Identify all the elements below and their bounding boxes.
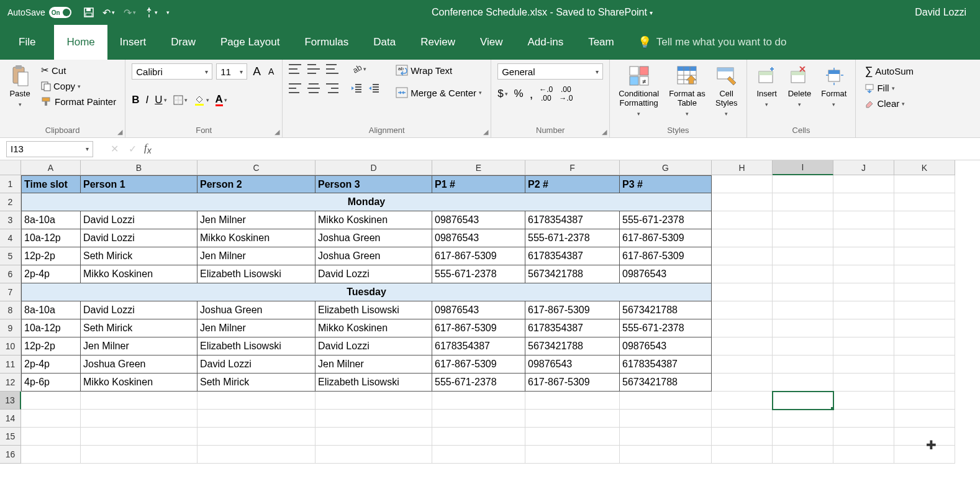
cell[interactable] <box>712 428 773 446</box>
cell[interactable]: Joshua Green <box>315 247 432 265</box>
format-painter-button[interactable]: Format Painter <box>39 95 119 108</box>
cell[interactable]: 617-867-5309 <box>432 355 525 374</box>
cell[interactable]: Joshua Green <box>81 355 197 374</box>
col-header-D[interactable]: D <box>315 160 432 175</box>
cell[interactable]: 2p-4p <box>21 265 81 283</box>
cell[interactable] <box>894 265 955 283</box>
merge-center-button[interactable]: Merge & Center ▾ <box>393 86 484 99</box>
cell[interactable]: Seth Mirick <box>81 319 197 337</box>
cell[interactable] <box>712 446 773 464</box>
comma-button[interactable]: , <box>530 87 533 101</box>
select-all-corner[interactable] <box>0 160 21 175</box>
col-header-E[interactable]: E <box>432 160 525 175</box>
tab-team[interactable]: Team <box>576 25 627 60</box>
alignment-launcher[interactable]: ◢ <box>483 128 488 136</box>
cell[interactable]: 555-671-2378 <box>620 319 712 337</box>
cell[interactable]: Person 3 <box>315 175 432 193</box>
cell[interactable]: Mikko Koskinen <box>81 265 197 283</box>
cell[interactable] <box>197 410 315 428</box>
border-button[interactable]: ▾ <box>173 95 188 105</box>
tab-formulas[interactable]: Formulas <box>292 25 361 60</box>
cell[interactable] <box>894 428 955 446</box>
cell[interactable] <box>620 410 712 428</box>
cell[interactable] <box>81 392 197 410</box>
copy-button[interactable]: Copy ▾ <box>39 80 119 93</box>
cancel-formula-button[interactable]: ✕ <box>111 143 119 155</box>
cell[interactable] <box>525 392 620 410</box>
cell[interactable]: Joshua Green <box>315 229 432 247</box>
cell[interactable]: 09876543 <box>525 355 620 374</box>
cell[interactable] <box>833 301 894 319</box>
number-format-combo[interactable]: General▾ <box>497 63 603 80</box>
autosum-button[interactable]: ∑AutoSum <box>862 63 916 79</box>
cell[interactable]: 12p-2p <box>21 247 81 265</box>
cell[interactable] <box>833 374 894 392</box>
cell[interactable]: David Lozzi <box>81 229 197 247</box>
row-header-6[interactable]: 6 <box>0 265 21 283</box>
cell[interactable]: 6178354387 <box>432 337 525 355</box>
cell[interactable]: 5673421788 <box>525 265 620 283</box>
percent-button[interactable]: % <box>514 88 524 100</box>
row-header-5[interactable]: 5 <box>0 247 21 265</box>
cell[interactable] <box>315 392 432 410</box>
cell[interactable] <box>712 265 773 283</box>
cell[interactable]: Mikko Koskinen <box>81 374 197 392</box>
cut-button[interactable]: ✂ Cut <box>39 63 119 77</box>
cell[interactable] <box>833 247 894 265</box>
cell[interactable] <box>773 337 833 355</box>
decrease-font-button[interactable]: A <box>266 65 276 78</box>
cell[interactable] <box>773 193 833 211</box>
decrease-decimal-button[interactable]: .00→.0 <box>559 86 573 102</box>
cell[interactable] <box>712 355 773 374</box>
cell[interactable] <box>833 410 894 428</box>
cell[interactable] <box>525 410 620 428</box>
cell[interactable]: 555-671-2378 <box>525 229 620 247</box>
cell[interactable]: 617-867-5309 <box>432 247 525 265</box>
cell[interactable] <box>773 301 833 319</box>
underline-button[interactable]: U▾ <box>155 94 166 106</box>
cell[interactable] <box>620 428 712 446</box>
row-header-12[interactable]: 12 <box>0 374 21 392</box>
cell[interactable] <box>712 193 773 211</box>
cell[interactable]: 09876543 <box>620 265 712 283</box>
cell[interactable]: Seth Mirick <box>81 247 197 265</box>
cell[interactable]: David Lozzi <box>315 265 432 283</box>
align-bottom-button[interactable] <box>326 64 338 74</box>
cell[interactable] <box>81 428 197 446</box>
undo-button[interactable]: ↶▾ <box>102 7 115 19</box>
cell[interactable] <box>773 229 833 247</box>
cell[interactable] <box>833 229 894 247</box>
cell[interactable] <box>712 410 773 428</box>
cell[interactable]: 09876543 <box>432 229 525 247</box>
col-header-K[interactable]: K <box>894 160 955 175</box>
cell[interactable] <box>833 428 894 446</box>
cell[interactable]: 555-671-2378 <box>432 374 525 392</box>
cell[interactable]: P2 # <box>525 175 620 193</box>
cell[interactable]: 5673421788 <box>620 301 712 319</box>
increase-font-button[interactable]: A <box>251 63 263 80</box>
cell[interactable]: Jen Milner <box>81 337 197 355</box>
align-middle-button[interactable] <box>307 64 320 74</box>
cell[interactable]: Person 1 <box>81 175 197 193</box>
increase-indent-button[interactable] <box>368 83 379 93</box>
cell-day[interactable]: Tuesday <box>21 283 712 301</box>
cell[interactable] <box>315 410 432 428</box>
cell[interactable] <box>81 410 197 428</box>
cell[interactable] <box>773 355 833 374</box>
format-as-table-button[interactable]: Format as Table▾ <box>666 63 708 118</box>
font-color-button[interactable]: A ▾ <box>216 93 227 106</box>
tell-me-search[interactable]: 💡 Tell me what you want to do <box>638 25 787 60</box>
cell[interactable]: P1 # <box>432 175 525 193</box>
row-header-7[interactable]: 7 <box>0 283 21 301</box>
cell[interactable]: Elizabeth Lisowski <box>197 337 315 355</box>
cell[interactable] <box>315 446 432 464</box>
cell[interactable]: 555-671-2378 <box>432 265 525 283</box>
cell[interactable]: 12p-2p <box>21 337 81 355</box>
save-icon[interactable] <box>84 7 94 17</box>
row-header-13[interactable]: 13 <box>0 392 21 410</box>
row-header-3[interactable]: 3 <box>0 211 21 229</box>
tab-add-ins[interactable]: Add-ins <box>515 25 576 60</box>
cell[interactable] <box>894 446 955 464</box>
col-header-F[interactable]: F <box>525 160 620 175</box>
cell[interactable] <box>894 392 955 410</box>
